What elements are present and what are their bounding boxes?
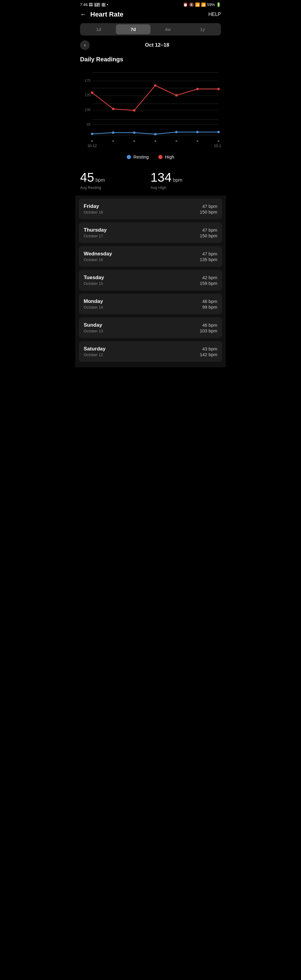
lp-icon: LP	[94, 3, 100, 7]
svg-text:100: 100	[84, 108, 91, 112]
day-date: October 15	[84, 281, 104, 286]
svg-point-30	[154, 140, 156, 142]
day-date: October 17	[84, 234, 107, 238]
svg-point-14	[112, 108, 115, 110]
signal-icon: 📶	[201, 2, 206, 7]
legend-resting-label: Resting	[133, 154, 149, 159]
avg-resting-unit: bpm	[96, 177, 105, 183]
daily-reading-item[interactable]: Wednesday October 16 47 bpm 135 bpm	[79, 246, 222, 267]
heart-rate-chart: 170 135 100 65	[75, 67, 226, 167]
day-values: 46 bpm 99 bpm	[202, 299, 217, 310]
high-value: 103 bpm	[200, 328, 217, 333]
time-display: 7:46	[80, 2, 88, 7]
resting-value: 46 bpm	[200, 323, 217, 328]
day-date: October 18	[84, 210, 103, 215]
resting-value: 42 bpm	[200, 275, 217, 280]
day-info: Wednesday October 16	[84, 251, 112, 262]
svg-point-22	[133, 132, 135, 134]
day-info: Friday October 18	[84, 203, 103, 215]
day-values: 47 bpm 135 bpm	[200, 251, 217, 262]
day-info: Tuesday October 15	[84, 275, 104, 286]
legend-high-label: High	[165, 154, 174, 159]
resting-value: 47 bpm	[200, 228, 217, 232]
prev-date-button[interactable]: ‹	[80, 40, 90, 50]
day-values: 43 bpm 142 bpm	[200, 346, 217, 357]
avg-high-label: Avg High	[151, 185, 221, 190]
alarm-icon: ⏰	[183, 2, 188, 7]
resting-value: 47 bpm	[200, 251, 217, 256]
dot-icon: •	[107, 2, 108, 7]
svg-text:170: 170	[84, 78, 91, 83]
high-value: 99 bpm	[202, 304, 217, 310]
daily-reading-item[interactable]: Tuesday October 15 42 bpm 159 bpm	[79, 270, 222, 291]
svg-text:10-12: 10-12	[88, 144, 97, 148]
day-values: 47 bpm 150 bpm	[200, 204, 217, 215]
daily-reading-item[interactable]: Thursday October 17 47 bpm 150 bpm	[79, 222, 222, 243]
resting-dot	[127, 155, 131, 159]
legend-resting: Resting	[127, 154, 149, 159]
svg-point-20	[91, 133, 93, 135]
daily-reading-item[interactable]: Monday October 14 46 bpm 99 bpm	[79, 294, 222, 314]
battery-display: 59%	[207, 2, 215, 7]
avg-high-value: 134	[151, 170, 172, 185]
day-name: Friday	[84, 203, 103, 209]
svg-point-27	[91, 140, 93, 142]
svg-text:135: 135	[84, 93, 91, 97]
day-name: Saturday	[84, 346, 106, 352]
high-value: 150 bpm	[200, 233, 217, 238]
high-value: 159 bpm	[200, 281, 217, 286]
resting-value: 47 bpm	[200, 204, 217, 209]
day-date: October 16	[84, 258, 112, 262]
battery-icon: 🔋	[216, 2, 221, 7]
daily-readings-list: Friday October 18 47 bpm 150 bpm Thursda…	[75, 196, 226, 367]
avg-high-unit: bpm	[173, 177, 182, 183]
day-values: 46 bpm 103 bpm	[200, 323, 217, 333]
tab-1d[interactable]: 1d	[81, 24, 116, 34]
tab-4w[interactable]: 4w	[151, 24, 185, 34]
svg-point-29	[133, 140, 135, 142]
avg-resting-value: 45	[80, 170, 94, 185]
legend-high: High	[158, 154, 174, 159]
high-value: 135 bpm	[200, 257, 217, 262]
stats-row: 45 bpm Avg Resting 134 bpm Avg High	[75, 167, 226, 196]
day-name: Tuesday	[84, 275, 104, 281]
daily-reading-item[interactable]: Friday October 18 47 bpm 150 bpm	[79, 199, 222, 219]
date-range-label: Oct 12–18	[93, 42, 221, 48]
status-icons: ⏰ 🔇 📶 📶 59% 🔋	[183, 2, 221, 7]
daily-reading-item[interactable]: Saturday October 12 43 bpm 142 bpm	[79, 341, 222, 362]
tab-7d[interactable]: 7d	[116, 24, 151, 34]
gallery-icon: 🖼	[89, 2, 93, 7]
high-value: 150 bpm	[200, 209, 217, 215]
day-name: Monday	[84, 298, 103, 304]
day-name: Sunday	[84, 322, 103, 328]
svg-point-16	[154, 84, 156, 87]
day-name: Wednesday	[84, 251, 112, 257]
date-navigation: ‹ Oct 12–18	[80, 40, 221, 50]
avg-resting-stat: 45 bpm Avg Resting	[80, 170, 151, 190]
svg-point-32	[197, 140, 198, 142]
svg-point-19	[217, 88, 220, 90]
high-value: 142 bpm	[200, 352, 217, 357]
back-button[interactable]: ←	[80, 11, 87, 18]
resting-value: 46 bpm	[202, 299, 217, 304]
mute-icon: 🔇	[189, 2, 194, 7]
svg-point-21	[112, 132, 115, 134]
svg-point-13	[91, 91, 93, 94]
day-values: 42 bpm 159 bpm	[200, 275, 217, 286]
daily-reading-item[interactable]: Sunday October 13 46 bpm 103 bpm	[79, 317, 222, 338]
day-date: October 13	[84, 329, 103, 333]
svg-point-24	[175, 131, 178, 133]
chart-svg: 170 135 100 65	[80, 67, 221, 151]
day-date: October 12	[84, 353, 106, 357]
tab-1y[interactable]: 1y	[185, 24, 220, 34]
section-title: Daily Readings	[75, 54, 226, 67]
svg-point-33	[218, 140, 220, 142]
status-bar: 7:46 🖼 LP B • ⏰ 🔇 📶 📶 59% 🔋	[75, 0, 226, 8]
day-info: Saturday October 12	[84, 346, 106, 357]
day-info: Thursday October 17	[84, 227, 107, 238]
help-button[interactable]: HELP	[208, 12, 221, 17]
avg-high-stat: 134 bpm Avg High	[151, 170, 221, 190]
svg-point-28	[112, 140, 114, 142]
chart-legend: Resting High	[80, 152, 221, 164]
svg-point-18	[196, 88, 199, 90]
